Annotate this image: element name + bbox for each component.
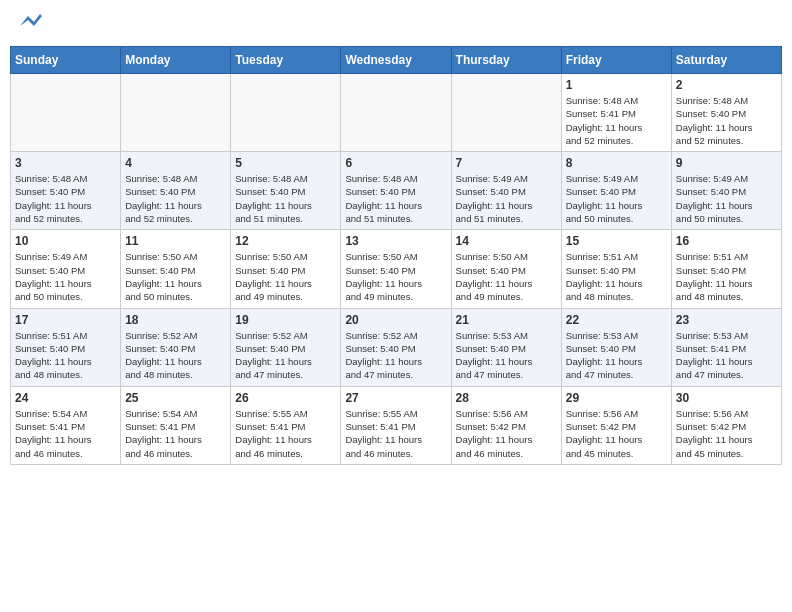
calendar-cell: 2Sunrise: 5:48 AMSunset: 5:40 PMDaylight… — [671, 74, 781, 152]
col-header-thursday: Thursday — [451, 47, 561, 74]
calendar-cell — [341, 74, 451, 152]
col-header-friday: Friday — [561, 47, 671, 74]
calendar-cell: 26Sunrise: 5:55 AMSunset: 5:41 PMDayligh… — [231, 386, 341, 464]
calendar-cell: 14Sunrise: 5:50 AMSunset: 5:40 PMDayligh… — [451, 230, 561, 308]
calendar-week-row: 3Sunrise: 5:48 AMSunset: 5:40 PMDaylight… — [11, 152, 782, 230]
page-header — [10, 10, 782, 38]
day-info: Sunrise: 5:48 AMSunset: 5:40 PMDaylight:… — [125, 172, 226, 225]
col-header-monday: Monday — [121, 47, 231, 74]
day-number: 15 — [566, 234, 667, 248]
day-number: 7 — [456, 156, 557, 170]
day-info: Sunrise: 5:53 AMSunset: 5:41 PMDaylight:… — [676, 329, 777, 382]
day-info: Sunrise: 5:53 AMSunset: 5:40 PMDaylight:… — [456, 329, 557, 382]
day-info: Sunrise: 5:49 AMSunset: 5:40 PMDaylight:… — [566, 172, 667, 225]
day-number: 17 — [15, 313, 116, 327]
day-info: Sunrise: 5:51 AMSunset: 5:40 PMDaylight:… — [566, 250, 667, 303]
calendar-cell: 16Sunrise: 5:51 AMSunset: 5:40 PMDayligh… — [671, 230, 781, 308]
day-info: Sunrise: 5:55 AMSunset: 5:41 PMDaylight:… — [345, 407, 446, 460]
calendar-cell: 10Sunrise: 5:49 AMSunset: 5:40 PMDayligh… — [11, 230, 121, 308]
day-info: Sunrise: 5:52 AMSunset: 5:40 PMDaylight:… — [125, 329, 226, 382]
svg-marker-0 — [20, 14, 42, 26]
calendar-cell: 25Sunrise: 5:54 AMSunset: 5:41 PMDayligh… — [121, 386, 231, 464]
logo-bird-icon — [20, 12, 42, 30]
day-number: 21 — [456, 313, 557, 327]
day-info: Sunrise: 5:53 AMSunset: 5:40 PMDaylight:… — [566, 329, 667, 382]
day-number: 24 — [15, 391, 116, 405]
day-info: Sunrise: 5:54 AMSunset: 5:41 PMDaylight:… — [125, 407, 226, 460]
day-number: 30 — [676, 391, 777, 405]
calendar-cell: 20Sunrise: 5:52 AMSunset: 5:40 PMDayligh… — [341, 308, 451, 386]
day-number: 9 — [676, 156, 777, 170]
day-number: 28 — [456, 391, 557, 405]
day-number: 11 — [125, 234, 226, 248]
day-number: 12 — [235, 234, 336, 248]
logo — [18, 14, 42, 34]
day-info: Sunrise: 5:51 AMSunset: 5:40 PMDaylight:… — [676, 250, 777, 303]
calendar-week-row: 10Sunrise: 5:49 AMSunset: 5:40 PMDayligh… — [11, 230, 782, 308]
day-info: Sunrise: 5:56 AMSunset: 5:42 PMDaylight:… — [676, 407, 777, 460]
day-info: Sunrise: 5:49 AMSunset: 5:40 PMDaylight:… — [676, 172, 777, 225]
day-number: 20 — [345, 313, 446, 327]
calendar-cell: 19Sunrise: 5:52 AMSunset: 5:40 PMDayligh… — [231, 308, 341, 386]
calendar-cell: 21Sunrise: 5:53 AMSunset: 5:40 PMDayligh… — [451, 308, 561, 386]
calendar-cell: 8Sunrise: 5:49 AMSunset: 5:40 PMDaylight… — [561, 152, 671, 230]
day-info: Sunrise: 5:50 AMSunset: 5:40 PMDaylight:… — [456, 250, 557, 303]
day-info: Sunrise: 5:50 AMSunset: 5:40 PMDaylight:… — [125, 250, 226, 303]
calendar-cell: 22Sunrise: 5:53 AMSunset: 5:40 PMDayligh… — [561, 308, 671, 386]
day-number: 13 — [345, 234, 446, 248]
calendar-cell — [121, 74, 231, 152]
day-info: Sunrise: 5:48 AMSunset: 5:41 PMDaylight:… — [566, 94, 667, 147]
day-number: 18 — [125, 313, 226, 327]
calendar-cell: 17Sunrise: 5:51 AMSunset: 5:40 PMDayligh… — [11, 308, 121, 386]
calendar-week-row: 24Sunrise: 5:54 AMSunset: 5:41 PMDayligh… — [11, 386, 782, 464]
calendar-cell: 4Sunrise: 5:48 AMSunset: 5:40 PMDaylight… — [121, 152, 231, 230]
calendar-cell: 15Sunrise: 5:51 AMSunset: 5:40 PMDayligh… — [561, 230, 671, 308]
day-number: 22 — [566, 313, 667, 327]
day-info: Sunrise: 5:49 AMSunset: 5:40 PMDaylight:… — [456, 172, 557, 225]
day-number: 29 — [566, 391, 667, 405]
day-info: Sunrise: 5:56 AMSunset: 5:42 PMDaylight:… — [566, 407, 667, 460]
calendar-cell: 6Sunrise: 5:48 AMSunset: 5:40 PMDaylight… — [341, 152, 451, 230]
calendar-week-row: 17Sunrise: 5:51 AMSunset: 5:40 PMDayligh… — [11, 308, 782, 386]
day-info: Sunrise: 5:50 AMSunset: 5:40 PMDaylight:… — [345, 250, 446, 303]
calendar-cell: 9Sunrise: 5:49 AMSunset: 5:40 PMDaylight… — [671, 152, 781, 230]
day-info: Sunrise: 5:54 AMSunset: 5:41 PMDaylight:… — [15, 407, 116, 460]
col-header-sunday: Sunday — [11, 47, 121, 74]
day-info: Sunrise: 5:48 AMSunset: 5:40 PMDaylight:… — [235, 172, 336, 225]
calendar-cell: 29Sunrise: 5:56 AMSunset: 5:42 PMDayligh… — [561, 386, 671, 464]
day-info: Sunrise: 5:56 AMSunset: 5:42 PMDaylight:… — [456, 407, 557, 460]
calendar-cell: 18Sunrise: 5:52 AMSunset: 5:40 PMDayligh… — [121, 308, 231, 386]
calendar-cell: 7Sunrise: 5:49 AMSunset: 5:40 PMDaylight… — [451, 152, 561, 230]
day-number: 1 — [566, 78, 667, 92]
day-number: 16 — [676, 234, 777, 248]
day-info: Sunrise: 5:48 AMSunset: 5:40 PMDaylight:… — [676, 94, 777, 147]
day-info: Sunrise: 5:48 AMSunset: 5:40 PMDaylight:… — [15, 172, 116, 225]
day-number: 14 — [456, 234, 557, 248]
day-info: Sunrise: 5:48 AMSunset: 5:40 PMDaylight:… — [345, 172, 446, 225]
col-header-tuesday: Tuesday — [231, 47, 341, 74]
calendar-header-row: SundayMondayTuesdayWednesdayThursdayFrid… — [11, 47, 782, 74]
calendar-cell: 23Sunrise: 5:53 AMSunset: 5:41 PMDayligh… — [671, 308, 781, 386]
day-number: 25 — [125, 391, 226, 405]
calendar-cell — [231, 74, 341, 152]
day-number: 8 — [566, 156, 667, 170]
day-info: Sunrise: 5:49 AMSunset: 5:40 PMDaylight:… — [15, 250, 116, 303]
calendar-cell: 27Sunrise: 5:55 AMSunset: 5:41 PMDayligh… — [341, 386, 451, 464]
col-header-saturday: Saturday — [671, 47, 781, 74]
day-number: 2 — [676, 78, 777, 92]
calendar-cell: 12Sunrise: 5:50 AMSunset: 5:40 PMDayligh… — [231, 230, 341, 308]
calendar-cell: 28Sunrise: 5:56 AMSunset: 5:42 PMDayligh… — [451, 386, 561, 464]
day-info: Sunrise: 5:51 AMSunset: 5:40 PMDaylight:… — [15, 329, 116, 382]
day-number: 5 — [235, 156, 336, 170]
calendar-cell — [451, 74, 561, 152]
calendar-cell: 24Sunrise: 5:54 AMSunset: 5:41 PMDayligh… — [11, 386, 121, 464]
day-number: 23 — [676, 313, 777, 327]
day-number: 3 — [15, 156, 116, 170]
day-info: Sunrise: 5:52 AMSunset: 5:40 PMDaylight:… — [345, 329, 446, 382]
calendar-week-row: 1Sunrise: 5:48 AMSunset: 5:41 PMDaylight… — [11, 74, 782, 152]
day-number: 6 — [345, 156, 446, 170]
day-number: 27 — [345, 391, 446, 405]
day-number: 26 — [235, 391, 336, 405]
calendar-cell: 13Sunrise: 5:50 AMSunset: 5:40 PMDayligh… — [341, 230, 451, 308]
calendar-cell: 5Sunrise: 5:48 AMSunset: 5:40 PMDaylight… — [231, 152, 341, 230]
